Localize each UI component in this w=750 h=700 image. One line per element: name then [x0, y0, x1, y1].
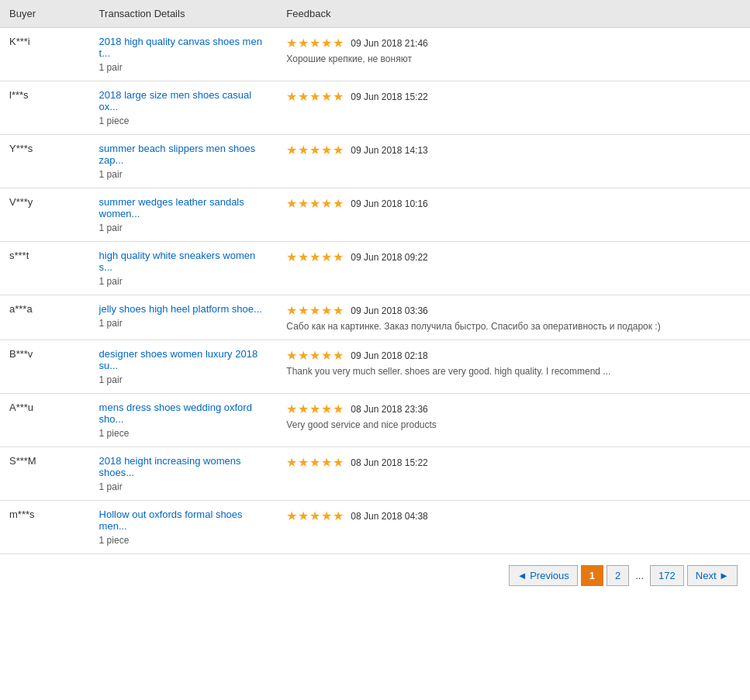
quantity-label: 1 piece	[99, 535, 268, 546]
feedback-date: 09 Jun 2018 03:36	[351, 305, 427, 316]
previous-button[interactable]: ◄ Previous	[509, 565, 578, 586]
table-row: a***ajelly shoes high heel platform shoe…	[0, 295, 750, 340]
buyer-cell: V***y	[0, 188, 90, 242]
buyer-cell: K***i	[0, 28, 90, 81]
feedback-cell: ★★★★★09 Jun 2018 02:18Thank you very muc…	[277, 340, 750, 394]
transaction-link[interactable]: designer shoes women luxury 2018 su...	[99, 348, 268, 371]
pagination: ◄ Previous 1 2 ... 172 Next ►	[0, 554, 750, 597]
quantity-label: 1 pair	[99, 169, 268, 180]
transaction-cell: summer wedges leather sandals women...1 …	[90, 188, 278, 242]
transaction-link[interactable]: jelly shoes high heel platform shoe...	[99, 303, 268, 315]
feedback-text: Very good service and nice products	[286, 419, 741, 430]
feedback-cell: ★★★★★08 Jun 2018 04:38	[277, 501, 750, 554]
star-rating: ★★★★★	[286, 143, 344, 157]
page-172-button[interactable]: 172	[650, 565, 684, 586]
page-dots: ...	[632, 566, 647, 585]
quantity-label: 1 pair	[99, 481, 268, 492]
feedback-cell: ★★★★★09 Jun 2018 14:13	[277, 135, 750, 188]
feedback-cell: ★★★★★09 Jun 2018 09:22	[277, 242, 750, 295]
table-row: m***sHollow out oxfords formal shoes men…	[0, 501, 750, 554]
transaction-link[interactable]: mens dress shoes wedding oxford sho...	[99, 402, 268, 425]
buyer-cell: a***a	[0, 295, 90, 340]
transaction-cell: Hollow out oxfords formal shoes men...1 …	[90, 501, 278, 554]
buyer-cell: S***M	[0, 447, 90, 501]
feedback-cell: ★★★★★09 Jun 2018 03:36Сабо как на картин…	[277, 295, 750, 340]
transaction-cell: designer shoes women luxury 2018 su...1 …	[90, 340, 278, 394]
feedback-date: 09 Jun 2018 09:22	[351, 252, 427, 263]
transaction-link[interactable]: high quality white sneakers women s...	[99, 250, 268, 273]
quantity-label: 1 pair	[99, 374, 268, 385]
transaction-link[interactable]: 2018 high quality canvas shoes men t...	[99, 36, 268, 59]
transaction-link[interactable]: summer beach slippers men shoes zap...	[99, 143, 268, 166]
quantity-label: 1 pair	[99, 318, 268, 329]
transaction-cell: mens dress shoes wedding oxford sho...1 …	[90, 394, 278, 447]
transaction-cell: 2018 high quality canvas shoes men t...1…	[90, 28, 278, 81]
feedback-cell: ★★★★★09 Jun 2018 15:22	[277, 81, 750, 135]
transaction-link[interactable]: Hollow out oxfords formal shoes men...	[99, 509, 268, 532]
feedback-date: 09 Jun 2018 02:18	[351, 350, 427, 361]
buyer-cell: s***t	[0, 242, 90, 295]
page-2-button[interactable]: 2	[607, 565, 629, 586]
transaction-cell: 2018 large size men shoes casual ox...1 …	[90, 81, 278, 135]
buyer-cell: m***s	[0, 501, 90, 554]
reviews-table-container: Buyer Transaction Details Feedback K***i…	[0, 0, 750, 700]
star-rating: ★★★★★	[286, 36, 344, 50]
table-row: V***ysummer wedges leather sandals women…	[0, 188, 750, 242]
table-row: S***M2018 height increasing womens shoes…	[0, 447, 750, 501]
star-rating: ★★★★★	[286, 455, 344, 470]
transaction-cell: high quality white sneakers women s...1 …	[90, 242, 278, 295]
transaction-cell: 2018 height increasing womens shoes...1 …	[90, 447, 278, 501]
buyer-cell: Y***s	[0, 135, 90, 188]
col-header-feedback: Feedback	[277, 0, 750, 28]
buyer-cell: l***s	[0, 81, 90, 135]
table-row: l***s2018 large size men shoes casual ox…	[0, 81, 750, 135]
reviews-table: Buyer Transaction Details Feedback K***i…	[0, 0, 750, 554]
star-rating: ★★★★★	[286, 303, 344, 318]
transaction-link[interactable]: 2018 height increasing womens shoes...	[99, 455, 268, 478]
star-rating: ★★★★★	[286, 402, 344, 416]
feedback-date: 09 Jun 2018 14:13	[351, 145, 427, 156]
star-rating: ★★★★★	[286, 89, 344, 104]
star-rating: ★★★★★	[286, 250, 344, 264]
table-row: s***thigh quality white sneakers women s…	[0, 242, 750, 295]
quantity-label: 1 pair	[99, 222, 268, 233]
feedback-text: Хорошие крепкие, не воняют	[286, 53, 741, 64]
feedback-text: Сабо как на картинке. Заказ получила быс…	[286, 321, 741, 332]
feedback-cell: ★★★★★09 Jun 2018 21:46Хорошие крепкие, н…	[277, 28, 750, 81]
star-rating: ★★★★★	[286, 509, 344, 523]
table-row: A***umens dress shoes wedding oxford sho…	[0, 394, 750, 447]
next-button[interactable]: Next ►	[687, 565, 738, 586]
buyer-cell: B***v	[0, 340, 90, 394]
table-row: Y***ssummer beach slippers men shoes zap…	[0, 135, 750, 188]
feedback-date: 09 Jun 2018 15:22	[351, 91, 427, 102]
quantity-label: 1 pair	[99, 62, 268, 73]
page-1-button[interactable]: 1	[581, 565, 603, 586]
table-row: K***i2018 high quality canvas shoes men …	[0, 28, 750, 81]
col-header-buyer: Buyer	[0, 0, 90, 28]
table-row: B***vdesigner shoes women luxury 2018 su…	[0, 340, 750, 394]
buyer-cell: A***u	[0, 394, 90, 447]
feedback-text: Thank you very much seller. shoes are ve…	[286, 366, 741, 377]
star-rating: ★★★★★	[286, 348, 344, 363]
quantity-label: 1 piece	[99, 428, 268, 439]
feedback-date: 08 Jun 2018 04:38	[351, 511, 427, 522]
transaction-link[interactable]: 2018 large size men shoes casual ox...	[99, 89, 268, 112]
quantity-label: 1 piece	[99, 116, 268, 126]
feedback-date: 08 Jun 2018 23:36	[351, 404, 427, 415]
feedback-cell: ★★★★★08 Jun 2018 23:36Very good service …	[277, 394, 750, 447]
transaction-cell: jelly shoes high heel platform shoe...1 …	[90, 295, 278, 340]
transaction-link[interactable]: summer wedges leather sandals women...	[99, 196, 268, 219]
feedback-cell: ★★★★★08 Jun 2018 15:22	[277, 447, 750, 501]
star-rating: ★★★★★	[286, 196, 344, 211]
feedback-date: 09 Jun 2018 21:46	[351, 38, 427, 49]
transaction-cell: summer beach slippers men shoes zap...1 …	[90, 135, 278, 188]
feedback-date: 08 Jun 2018 15:22	[351, 457, 427, 468]
feedback-cell: ★★★★★09 Jun 2018 10:16	[277, 188, 750, 242]
feedback-date: 09 Jun 2018 10:16	[351, 198, 427, 209]
col-header-transaction: Transaction Details	[90, 0, 278, 28]
quantity-label: 1 pair	[99, 276, 268, 287]
